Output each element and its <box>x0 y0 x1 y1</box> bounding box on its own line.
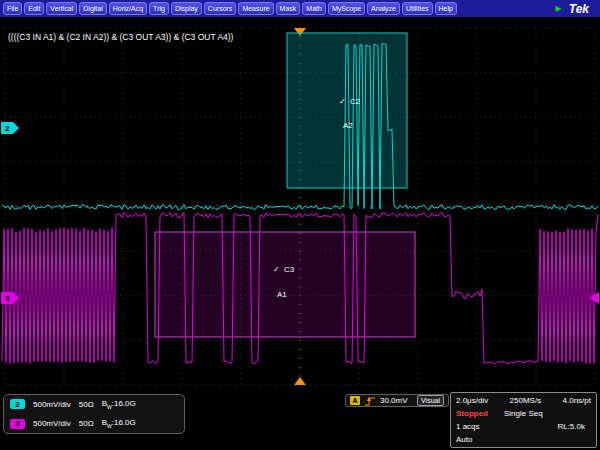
run-indicator-icon: ▶ <box>556 5 562 13</box>
channel-3-scale: 500mV/div <box>33 419 71 428</box>
trigger-slope-icon <box>364 396 376 406</box>
menu-bar-items: FileEditVerticalDigitalHoriz/AcqTrigDisp… <box>3 2 457 15</box>
region-a1-signal-label: C3 <box>284 265 295 274</box>
region-a2-check-icon: ✓ <box>339 97 346 106</box>
status-bar: 2 500mV/div 50Ω BW:16.0G 3 500mV/div 50Ω… <box>0 392 600 450</box>
scope-display: ✓C2A2✓C3A1((((C3 IN A1) & (C2 IN A2)) & … <box>0 18 600 392</box>
channel-3-position-marker-label: 3 <box>5 294 10 303</box>
channel-2-readout: 2 500mV/div 50Ω BW:16.0G <box>10 399 178 410</box>
region-a2[interactable] <box>287 33 407 188</box>
menu-item-measure[interactable]: Measure <box>238 2 273 15</box>
menu-item-trig[interactable]: Trig <box>149 2 169 15</box>
menu-item-display[interactable]: Display <box>171 2 202 15</box>
region-a1-name-label: A1 <box>277 290 287 299</box>
channel-3-bandwidth: BW:16.0G <box>102 418 136 429</box>
channel-2-position-marker-label: 2 <box>5 124 10 133</box>
channel-2-scale: 500mV/div <box>33 400 71 409</box>
acquisition-panel: 2.0μs/div 250MS/s 4.0ns/pt Stopped Singl… <box>450 392 597 448</box>
visual-button[interactable]: Visual <box>417 395 444 406</box>
timebase-readout: 2.0μs/div <box>456 396 488 405</box>
acq-count: 1 acqs <box>456 422 480 431</box>
acq-status: Stopped <box>456 409 488 418</box>
trigger-level: 30.0mV <box>380 396 408 405</box>
channel-2-badge[interactable]: 2 <box>10 399 25 409</box>
sample-rate-readout: 250MS/s <box>510 396 542 405</box>
menu-item-help[interactable]: Help <box>435 2 457 15</box>
channel-readouts: 2 500mV/div 50Ω BW:16.0G 3 500mV/div 50Ω… <box>3 394 185 434</box>
menu-item-cursors[interactable]: Cursors <box>204 2 237 15</box>
expression-label: ((((C3 IN A1) & (C2 IN A2)) & (C3 OUT A3… <box>8 32 234 42</box>
menu-item-digital[interactable]: Digital <box>79 2 106 15</box>
channel-3-impedance: 50Ω <box>79 419 94 428</box>
channel-2-impedance: 50Ω <box>79 400 94 409</box>
trigger-position-marker-bottom[interactable] <box>294 377 306 385</box>
trigger-source-badge: A <box>350 396 360 405</box>
record-length: RL:5.0k <box>557 422 585 431</box>
menu-item-vertical[interactable]: Vertical <box>46 2 77 15</box>
menu-item-utilities[interactable]: Utilities <box>402 2 433 15</box>
resolution-readout: 4.0ns/pt <box>563 396 591 405</box>
channel-3-badge[interactable]: 3 <box>10 419 25 429</box>
menu-item-analyze[interactable]: Analyze <box>367 2 400 15</box>
menu-item-file[interactable]: File <box>3 2 22 15</box>
channel-2-bandwidth: BW:16.0G <box>102 399 136 410</box>
menu-item-edit[interactable]: Edit <box>24 2 44 15</box>
menu-item-math[interactable]: Math <box>302 2 326 15</box>
region-a2-signal-label: C2 <box>350 97 361 106</box>
trigger-readout: A 30.0mV Visual <box>345 394 449 407</box>
menu-bar: FileEditVerticalDigitalHoriz/AcqTrigDisp… <box>0 0 600 18</box>
channel-3-readout: 3 500mV/div 50Ω BW:16.0G <box>10 418 178 429</box>
channel-3-position-marker[interactable] <box>1 292 19 304</box>
channel-2-position-marker[interactable] <box>1 122 19 134</box>
trigger-mode: Auto <box>456 435 472 444</box>
menu-item-myscope[interactable]: MyScope <box>328 2 365 15</box>
region-a2-name-label: A2 <box>343 121 353 130</box>
menu-item-mask[interactable]: Mask <box>276 2 301 15</box>
region-a1-check-icon: ✓ <box>273 265 280 274</box>
tek-logo: Tek <box>569 2 589 16</box>
oscilloscope-screen: FileEditVerticalDigitalHoriz/AcqTrigDisp… <box>0 0 600 450</box>
acq-mode: Single Seq <box>504 409 543 418</box>
menu-item-horiz-acq[interactable]: Horiz/Acq <box>109 2 147 15</box>
